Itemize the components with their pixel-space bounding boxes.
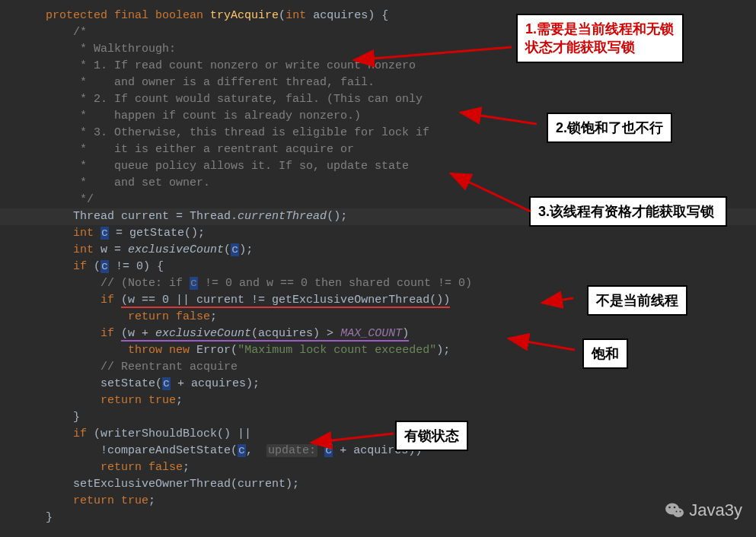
annotation-3: 3.该线程有资格才能获取写锁: [529, 196, 727, 227]
svg-point-10: [674, 507, 676, 509]
wechat-icon: [665, 502, 684, 519]
annotation-4: 不是当前线程: [587, 285, 687, 316]
svg-point-12: [680, 511, 681, 513]
annotation-1: 1.需要是当前线程和无锁状态才能获取写锁: [516, 14, 684, 63]
watermark: Java3y: [665, 502, 742, 519]
annotation-6: 有锁状态: [395, 421, 468, 451]
annotation-2: 2.锁饱和了也不行: [547, 113, 672, 143]
svg-point-9: [668, 507, 671, 509]
code-editor: protected final boolean tryAcquire(int a…: [0, 0, 756, 534]
watermark-text: Java3y: [689, 502, 742, 519]
annotation-5: 饱和: [582, 338, 628, 369]
svg-point-11: [676, 511, 678, 513]
svg-point-8: [673, 508, 684, 517]
